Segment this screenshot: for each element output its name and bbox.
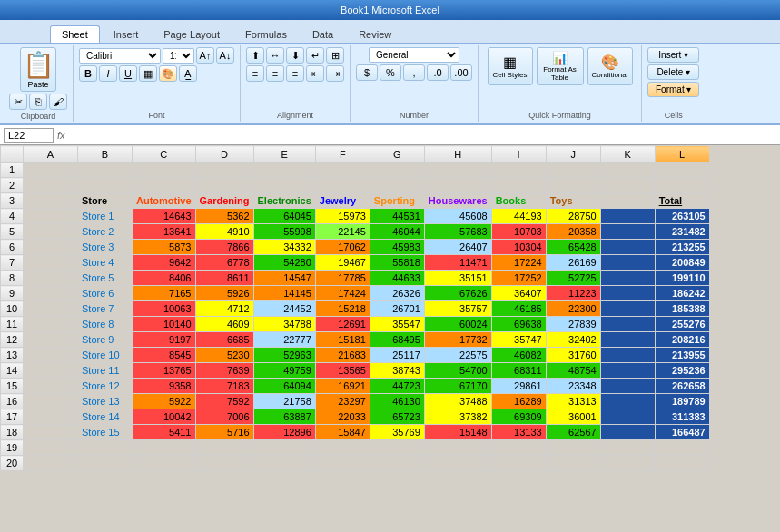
cell[interactable]: 5230 <box>195 348 253 363</box>
formula-input[interactable] <box>69 130 776 141</box>
cell[interactable]: 29861 <box>491 379 546 394</box>
cell[interactable]: Store 4 <box>78 255 133 271</box>
cell[interactable] <box>133 456 196 471</box>
cell[interactable] <box>600 348 655 363</box>
cell[interactable]: 5926 <box>195 286 253 301</box>
col-header-d[interactable]: D <box>195 146 253 163</box>
cell[interactable]: 17224 <box>491 255 546 271</box>
align-left-button[interactable]: ≡ <box>246 65 264 82</box>
cell[interactable] <box>370 178 424 193</box>
cell[interactable]: 10703 <box>491 224 546 240</box>
cell[interactable] <box>491 163 546 178</box>
cell[interactable]: 17424 <box>315 286 370 301</box>
cell[interactable]: 7639 <box>195 363 253 379</box>
cell[interactable] <box>546 163 600 178</box>
cell[interactable]: 23297 <box>315 394 370 409</box>
dec-decrease-button[interactable]: .00 <box>450 64 472 81</box>
cell[interactable] <box>24 178 78 193</box>
cell[interactable] <box>600 163 655 178</box>
cell[interactable]: Store 10 <box>78 348 133 363</box>
cell[interactable]: 15218 <box>315 301 370 317</box>
cell[interactable] <box>133 440 196 456</box>
cell[interactable]: 22575 <box>424 348 491 363</box>
cell[interactable]: 52725 <box>546 271 600 286</box>
cell[interactable]: 24452 <box>253 301 315 317</box>
cell[interactable]: 10304 <box>491 240 546 255</box>
cell[interactable] <box>24 379 78 394</box>
cell[interactable]: 11471 <box>424 255 491 271</box>
cell[interactable]: Toys <box>546 193 600 209</box>
cell[interactable]: 44193 <box>491 209 546 224</box>
cell[interactable] <box>315 178 370 193</box>
cell[interactable]: Store 11 <box>78 363 133 379</box>
cell[interactable]: 17252 <box>491 271 546 286</box>
cell[interactable]: 31313 <box>546 394 600 409</box>
cell[interactable]: 5411 <box>133 425 196 440</box>
cell[interactable]: 6778 <box>195 255 253 271</box>
col-header-c[interactable]: C <box>133 146 196 163</box>
cell[interactable]: 10063 <box>133 301 196 317</box>
cell[interactable] <box>24 440 78 456</box>
cell[interactable]: 200849 <box>655 255 709 271</box>
cell[interactable]: Store 2 <box>78 224 133 240</box>
cell[interactable]: 20358 <box>546 224 600 240</box>
cell[interactable] <box>600 394 655 409</box>
cell[interactable]: 67626 <box>424 286 491 301</box>
cell[interactable]: 14547 <box>253 271 315 286</box>
cell[interactable] <box>424 163 491 178</box>
cell[interactable] <box>195 178 253 193</box>
merge-button[interactable]: ⊞ <box>326 47 344 64</box>
cell[interactable]: 12691 <box>315 317 370 332</box>
increase-indent-button[interactable]: ⇥ <box>326 65 344 82</box>
cell[interactable]: 15973 <box>315 209 370 224</box>
cell[interactable] <box>253 178 315 193</box>
cell[interactable]: 8545 <box>133 348 196 363</box>
cell[interactable]: 26701 <box>370 301 424 317</box>
cell[interactable] <box>600 178 655 193</box>
cell[interactable]: 44723 <box>370 379 424 394</box>
cell[interactable]: 15847 <box>315 425 370 440</box>
align-bottom-button[interactable]: ⬇ <box>286 47 304 64</box>
cell[interactable] <box>24 301 78 317</box>
insert-button[interactable]: Insert ▾ <box>647 47 699 63</box>
format-button[interactable]: Format ▾ <box>647 82 699 97</box>
cell[interactable]: 6685 <box>195 332 253 348</box>
tab-insert[interactable]: Insert <box>102 25 151 43</box>
cell[interactable]: 48754 <box>546 363 600 379</box>
delete-button[interactable]: Delete ▾ <box>647 64 699 80</box>
cell[interactable]: 54280 <box>253 255 315 271</box>
cell[interactable] <box>491 178 546 193</box>
cell[interactable]: 13565 <box>315 363 370 379</box>
cell[interactable] <box>24 363 78 379</box>
cell[interactable]: 7183 <box>195 379 253 394</box>
cell[interactable]: 36001 <box>546 409 600 425</box>
cell[interactable] <box>600 363 655 379</box>
cell-styles-button[interactable]: ▦ Cell Styles <box>488 47 533 85</box>
cell[interactable] <box>600 456 655 471</box>
cell[interactable]: 21758 <box>253 394 315 409</box>
cell[interactable] <box>24 425 78 440</box>
cell[interactable]: 62567 <box>546 425 600 440</box>
cell[interactable]: 4712 <box>195 301 253 317</box>
cell[interactable] <box>78 440 133 456</box>
font-size-select[interactable]: 11 <box>163 48 194 64</box>
cell[interactable] <box>133 178 196 193</box>
decrease-indent-button[interactable]: ⇤ <box>306 65 324 82</box>
tab-formulas[interactable]: Formulas <box>233 25 299 43</box>
col-header-k[interactable]: K <box>600 146 655 163</box>
col-header-e[interactable]: E <box>253 146 315 163</box>
cell[interactable]: 28750 <box>546 209 600 224</box>
cell[interactable]: 34788 <box>253 317 315 332</box>
cell[interactable]: 8611 <box>195 271 253 286</box>
cell[interactable]: Automotive <box>133 193 196 209</box>
cell[interactable] <box>195 163 253 178</box>
cell[interactable] <box>600 317 655 332</box>
cell[interactable] <box>424 178 491 193</box>
cell[interactable] <box>24 271 78 286</box>
cell[interactable] <box>78 456 133 471</box>
cell[interactable]: 64094 <box>253 379 315 394</box>
cell[interactable] <box>655 178 709 193</box>
col-header-l[interactable]: L <box>655 146 709 163</box>
cell[interactable] <box>424 440 491 456</box>
cell[interactable]: 255276 <box>655 317 709 332</box>
